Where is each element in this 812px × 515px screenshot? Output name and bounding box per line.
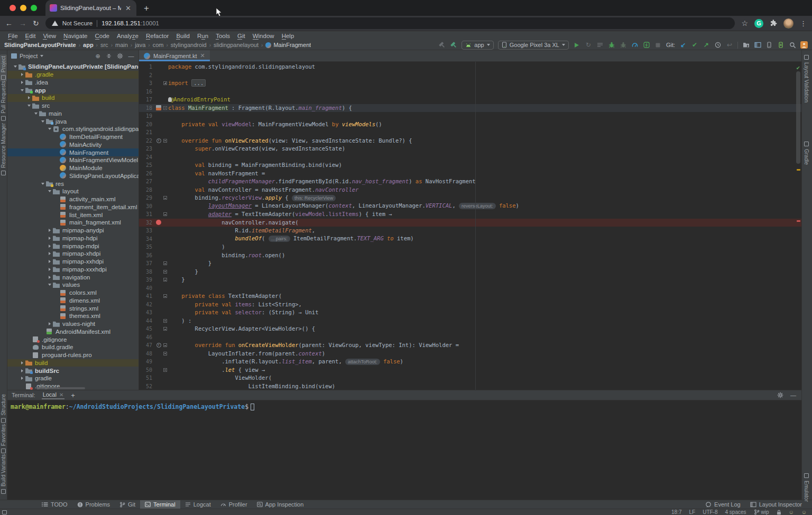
fold-marker[interactable] xyxy=(162,327,168,331)
tree-item[interactable]: ItemDetailFragment xyxy=(7,133,139,141)
tree-item[interactable]: mipmap-xhdpi xyxy=(7,250,139,258)
new-terminal-tab-icon[interactable]: + xyxy=(71,391,75,399)
tree-item[interactable]: mipmap-hdpi xyxy=(7,235,139,242)
tree-item[interactable]: main_fragment.xml xyxy=(7,219,139,227)
code-line[interactable]: 43 private val selector: (String) → Unit xyxy=(139,308,801,317)
code-line[interactable]: 24 xyxy=(139,153,801,162)
run-list-icon[interactable] xyxy=(596,41,604,49)
fold-marker[interactable] xyxy=(162,294,168,298)
fold-marker[interactable] xyxy=(162,81,168,85)
make-project-hammer-icon[interactable] xyxy=(450,41,457,49)
tool-window-button-app-inspection[interactable]: App Inspection xyxy=(252,500,309,509)
code-line[interactable]: 46 xyxy=(139,333,801,342)
menu-code[interactable]: Code xyxy=(91,33,114,39)
tree-item[interactable]: values xyxy=(7,281,139,289)
chevron-expanded-icon[interactable] xyxy=(26,105,32,107)
git-push-button[interactable]: ↗ xyxy=(703,41,710,49)
tool-strip-button-resource-manager[interactable]: Resource Manager xyxy=(0,121,7,177)
tree-item[interactable]: src xyxy=(7,102,139,110)
project-panel-title[interactable]: Project xyxy=(20,53,38,59)
tree-item[interactable]: SlidingPaneLayoutPrivate [SlidingPaneLay… xyxy=(7,63,139,71)
tree-item[interactable]: navigation xyxy=(7,273,139,281)
project-tree-hscrollbar[interactable] xyxy=(36,387,85,389)
highlight-level-icon[interactable]: ☺ xyxy=(801,509,807,515)
error-stripe-mark[interactable] xyxy=(797,220,800,222)
tree-item[interactable]: proguard-rules.pro xyxy=(7,351,139,359)
editor-scrollbar[interactable] xyxy=(795,62,801,390)
tree-item[interactable]: app xyxy=(7,86,139,94)
code-line[interactable]: 1package com.stylingandroid.slidingpanel… xyxy=(139,63,801,71)
fold-marker[interactable] xyxy=(162,139,168,143)
file-encoding[interactable]: UTF-8 xyxy=(703,509,717,515)
breadcrumb-item[interactable]: stylingandroid xyxy=(171,42,207,48)
chevron-expanded-icon[interactable] xyxy=(33,113,39,115)
tree-item[interactable]: themes.xml xyxy=(7,312,139,320)
device-select[interactable]: Google Pixel 3a XL xyxy=(498,41,569,50)
device-file-explorer-button[interactable] xyxy=(742,41,750,49)
inspections-ok-icon[interactable]: ✔ xyxy=(796,64,800,72)
code-line[interactable]: 19 xyxy=(139,112,801,120)
code-line[interactable]: 30 layoutManager = LinearLayoutManager(c… xyxy=(139,202,801,211)
tree-item[interactable]: layout xyxy=(7,188,139,195)
chevron-collapsed-icon[interactable] xyxy=(47,252,52,255)
code-line[interactable]: 23 super.onViewCreated(view, savedInstan… xyxy=(139,145,801,153)
tool-window-button-profiler[interactable]: Profiler xyxy=(216,500,252,509)
tool-strip-button-gradle[interactable]: Gradle xyxy=(803,140,810,166)
menu-navigate[interactable]: Navigate xyxy=(60,33,91,39)
url-omnibox[interactable]: Not Secure 192.168.1.251:10001 xyxy=(45,17,735,29)
tree-item[interactable]: mipmap-mdpi xyxy=(7,242,139,250)
menu-git[interactable]: Git xyxy=(234,33,249,39)
code-line[interactable]: 44 ) : xyxy=(139,317,801,325)
collapse-all-icon[interactable] xyxy=(106,53,112,59)
code-line[interactable]: 22↑ override fun onViewCreated(view: Vie… xyxy=(139,137,801,145)
chevron-collapsed-icon[interactable] xyxy=(47,260,52,263)
new-tab-button[interactable]: + xyxy=(144,4,149,13)
code-line[interactable]: 16 xyxy=(139,88,801,96)
tree-item[interactable]: main xyxy=(7,110,139,118)
tool-window-button-layout-inspector[interactable]: Layout Inspector xyxy=(745,500,807,509)
chevron-collapsed-icon[interactable] xyxy=(19,369,25,372)
extensions-puzzle-icon[interactable] xyxy=(770,20,777,27)
menu-view[interactable]: View xyxy=(39,33,60,39)
tree-item[interactable]: res xyxy=(7,180,139,188)
terminal-settings-icon[interactable] xyxy=(777,391,784,399)
breadcrumb-item[interactable]: java xyxy=(135,42,145,48)
code-line[interactable]: 39 } xyxy=(139,276,801,284)
tree-item[interactable]: fragment_item_detail.xml xyxy=(7,203,139,211)
code-line[interactable]: 51 ViewHolder( xyxy=(139,374,801,382)
tree-item[interactable]: activity_main.xml xyxy=(7,195,139,203)
tree-item[interactable]: buildSrc xyxy=(7,367,139,374)
hide-terminal-icon[interactable]: — xyxy=(790,392,796,398)
fold-marker[interactable] xyxy=(162,343,168,347)
chevron-collapsed-icon[interactable] xyxy=(47,322,52,325)
tool-window-button-problems[interactable]: Problems xyxy=(72,500,115,509)
fold-marker[interactable] xyxy=(162,278,168,282)
fold-marker[interactable] xyxy=(162,261,168,265)
fold-marker[interactable] xyxy=(162,106,168,110)
tool-window-toggle-icon[interactable] xyxy=(2,510,7,514)
fold-marker[interactable] xyxy=(162,368,168,372)
tree-item[interactable]: MainFragmentViewModel xyxy=(7,156,139,164)
tree-item[interactable]: com.stylingandroid.slidingpanelayout xyxy=(7,125,139,133)
tree-item[interactable]: colors.xml xyxy=(7,289,139,297)
forward-icon[interactable]: → xyxy=(19,20,26,27)
chevron-expanded-icon[interactable] xyxy=(47,128,52,130)
code-line[interactable]: 25 val binding = MainFragmentBinding.bin… xyxy=(139,161,801,170)
close-terminal-tab-icon[interactable]: ✕ xyxy=(59,392,63,398)
code-line[interactable]: 47↑ override fun onCreateViewHolder(pare… xyxy=(139,341,801,350)
tree-item[interactable]: .gradle xyxy=(7,71,139,79)
menu-refactor[interactable]: Refactor xyxy=(142,33,172,39)
readonly-lock-icon[interactable] xyxy=(777,510,781,515)
tree-item[interactable]: .idea xyxy=(7,79,139,87)
ide-user-avatar[interactable] xyxy=(800,41,808,49)
tool-strip-button-project[interactable]: Project xyxy=(0,54,7,81)
git-update-button[interactable]: ↙ xyxy=(679,41,687,49)
locate-icon[interactable]: ⊕ xyxy=(95,53,101,59)
tree-item[interactable]: mipmap-xxxhdpi xyxy=(7,266,139,274)
chevron-collapsed-icon[interactable] xyxy=(47,245,52,248)
code-line[interactable]: 18class MainFragment : Fragment(R.layout… xyxy=(139,104,801,113)
fold-marker[interactable] xyxy=(162,352,168,355)
code-line[interactable]: 45 RecyclerView.Adapter<ViewHolder>() { xyxy=(139,325,801,333)
tree-item[interactable]: mipmap-xxhdpi xyxy=(7,258,139,266)
code-line[interactable]: 36 binding.root.open() xyxy=(139,251,801,260)
